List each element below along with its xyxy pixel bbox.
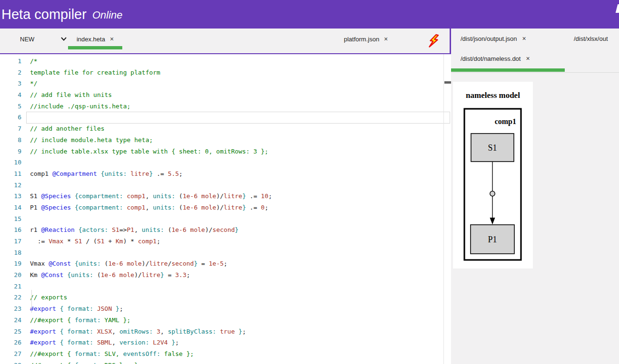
reaction-port-circle xyxy=(490,191,495,196)
code-line[interactable]: 25#export { format: XLSX, omitRows: 3, s… xyxy=(0,326,443,337)
line-number: 10 xyxy=(0,157,21,168)
cutoff-header-link[interactable] xyxy=(616,4,619,13)
tab-label: /dist/json/output.json xyxy=(461,35,517,42)
code-text: := Vmax * S1 / (S1 + Km) * comp1; xyxy=(30,236,160,247)
close-icon[interactable]: × xyxy=(384,36,388,42)
line-number: 16 xyxy=(0,224,21,236)
code-line[interactable]: 27//#export { format: SLV, eventsOff: fa… xyxy=(0,348,443,360)
code-line[interactable]: 12 xyxy=(0,180,443,191)
line-number: 25 xyxy=(0,326,21,337)
diagram-title: nameless model xyxy=(466,91,520,100)
species-node-p1-label: P1 xyxy=(488,235,497,244)
code-text: P1 @Species {compartment: comp1, units: … xyxy=(30,202,268,213)
code-text: // include module.heta type heta; xyxy=(30,134,153,146)
close-icon[interactable]: × xyxy=(110,36,114,42)
code-text: #export { format: XLSX, omitRows: 3, spl… xyxy=(30,326,246,337)
code-line[interactable]: 16r1 @Reaction {actors: S1=>P1, units: (… xyxy=(0,224,443,236)
code-line[interactable]: 6 xyxy=(0,112,443,123)
line-number: 13 xyxy=(0,191,21,202)
code-text: // add file with units xyxy=(30,89,112,101)
active-tab-underline xyxy=(451,68,565,72)
line-number: 18 xyxy=(0,247,21,259)
line-number: 14 xyxy=(0,202,21,213)
code-text: #export { format: SBML, version: L2V4 }; xyxy=(30,337,179,348)
code-line[interactable]: 15 xyxy=(0,213,443,225)
tab-dist-dot-nameless-dot[interactable]: /dist/dot/nameless.dot× xyxy=(454,48,536,68)
line-number: 1 xyxy=(0,56,21,67)
code-line[interactable]: 18 xyxy=(0,247,443,259)
file-select[interactable]: NEW xyxy=(19,31,68,47)
code-area[interactable]: 1/*2template file for creating platform3… xyxy=(0,56,443,364)
code-text: //#export { format: DBSolve }; xyxy=(30,360,142,364)
line-number: 11 xyxy=(0,168,21,180)
code-line[interactable]: 3*/ xyxy=(0,78,443,89)
close-icon[interactable]: × xyxy=(526,55,530,62)
code-text: //include ./qsp-units.heta; xyxy=(30,101,130,112)
line-number: 24 xyxy=(0,315,21,326)
close-icon[interactable]: × xyxy=(522,35,526,42)
line-number: 23 xyxy=(0,303,21,315)
line-number: 21 xyxy=(0,281,21,292)
output-tabbar: /dist/json/output.json×/dist/xlsx/out/di… xyxy=(451,29,619,73)
tab-dist-xlsx-out[interactable]: /dist/xlsx/out xyxy=(568,29,614,48)
line-number: 17 xyxy=(0,236,21,247)
line-number: 9 xyxy=(0,146,21,157)
source-tabbar: NEW index.heta×platform.json× xyxy=(0,29,451,54)
chevron-down-icon xyxy=(61,37,67,41)
code-line[interactable]: 1/* xyxy=(0,56,443,67)
code-line[interactable]: 21 xyxy=(0,281,443,292)
line-number: 5 xyxy=(0,101,21,112)
code-text: //#export { format: SLV, eventsOff: fals… xyxy=(30,348,194,360)
dot-diagram-card: nameless model comp1 S1 P1 xyxy=(453,82,533,268)
line-number: 26 xyxy=(0,337,21,348)
code-line[interactable]: 7// add another files xyxy=(0,123,443,134)
code-text: S1 @Species {compartment: comp1, units: … xyxy=(30,191,272,202)
active-tab-underline xyxy=(68,46,122,49)
line-number: 20 xyxy=(0,269,21,281)
code-line[interactable]: 17 := Vmax * S1 / (S1 + Km) * comp1; xyxy=(0,236,443,247)
code-line[interactable]: 4// add file with units xyxy=(0,89,443,101)
code-line[interactable]: 19Vmax @Const {units: (1e-6 mole)/litre/… xyxy=(0,258,443,269)
app-title: Heta compiler xyxy=(1,7,87,22)
code-line[interactable]: 10 xyxy=(0,157,443,168)
code-line[interactable]: 28//#export { format: DBSolve }; xyxy=(0,360,443,364)
code-text: //#export { format: YAML }; xyxy=(30,315,130,326)
code-text: */ xyxy=(30,78,38,89)
line-number: 7 xyxy=(0,123,21,134)
code-line[interactable]: 23#export { format: JSON }; xyxy=(0,303,443,315)
code-line[interactable]: 2template file for creating platform xyxy=(0,67,443,78)
code-text: template file for creating platform xyxy=(30,67,160,78)
code-line[interactable]: 9// include table.xlsx type table with {… xyxy=(0,146,443,157)
code-line[interactable]: 5//include ./qsp-units.heta; xyxy=(0,101,443,112)
code-text: // add another files xyxy=(30,123,105,134)
code-text: // exports xyxy=(30,292,67,303)
output-panel: /dist/json/output.json×/dist/xlsx/out/di… xyxy=(451,29,619,364)
code-line[interactable]: 24//#export { format: YAML }; xyxy=(0,315,443,326)
app-subtitle: Online xyxy=(92,7,123,21)
code-line[interactable]: 20Km @Const {units: (1e-6 mole)/litre} =… xyxy=(0,269,443,281)
line-number: 4 xyxy=(0,89,21,101)
line-number: 12 xyxy=(0,180,21,191)
scrollbar-track[interactable] xyxy=(443,54,444,364)
code-line[interactable]: 11comp1 @Compartment {units: litre} .= 5… xyxy=(0,168,443,180)
code-line[interactable]: 13S1 @Species {compartment: comp1, units… xyxy=(0,191,443,202)
code-line[interactable]: 8// include module.heta type heta; xyxy=(0,134,443,146)
tab-label: /dist/xlsx/out xyxy=(574,35,608,42)
code-text: /* xyxy=(30,56,38,67)
lightning-bolt-icon[interactable] xyxy=(427,34,441,48)
model-diagram: nameless model comp1 S1 P1 xyxy=(453,82,533,268)
code-editor[interactable]: 1/*2template file for creating platform3… xyxy=(0,54,451,364)
code-text: #export { format: JSON }; xyxy=(30,303,123,315)
line-number: 3 xyxy=(0,78,21,89)
heta-compiler-app: { "colors": { "header_purple": "#673ab7"… xyxy=(0,0,619,364)
indent-guide xyxy=(31,290,32,313)
file-select-value: NEW xyxy=(20,36,34,43)
species-node-s1-label: S1 xyxy=(488,143,497,153)
scrollbar-thumb[interactable] xyxy=(444,81,451,84)
code-line[interactable]: 14P1 @Species {compartment: comp1, units… xyxy=(0,202,443,213)
tab-dist-json-output-json[interactable]: /dist/json/output.json× xyxy=(454,29,532,48)
app-header: Heta compiler Online xyxy=(0,0,619,29)
code-line[interactable]: 22// exports xyxy=(0,292,443,303)
tab-platform-json[interactable]: platform.json× xyxy=(332,29,400,49)
code-line[interactable]: 26#export { format: SBML, version: L2V4 … xyxy=(0,337,443,348)
